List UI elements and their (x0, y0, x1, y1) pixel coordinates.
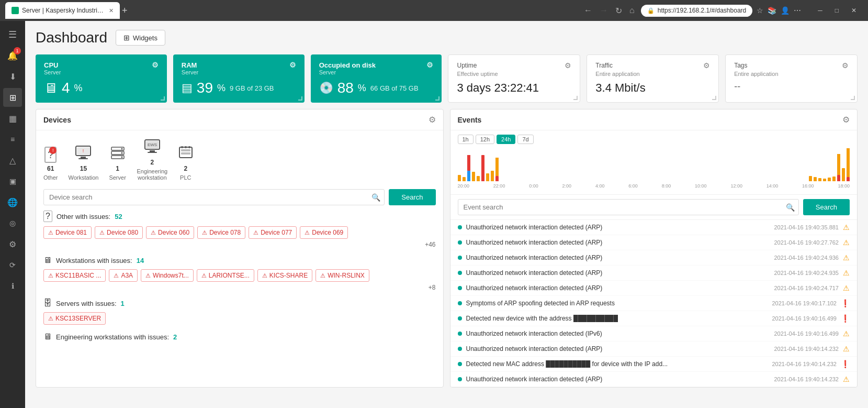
new-tab-btn[interactable]: + (122, 5, 128, 16)
sidebar-item-notifications[interactable]: 🔔 1 (3, 46, 22, 65)
event-search-icon[interactable]: 🔍 (786, 203, 795, 212)
page-title: Dashboard (36, 29, 107, 46)
group-eng-count[interactable]: 2 (173, 333, 177, 341)
device-type-other[interactable]: ! ? 61 Other (43, 146, 58, 181)
event-item-2[interactable]: Unauthorized network interaction detecte… (450, 235, 858, 250)
event-item-8[interactable]: Unauthorized network interaction detecte… (450, 326, 858, 341)
group-ws-count[interactable]: 14 (137, 257, 144, 264)
chip-device-078[interactable]: ⚠Device 078 (197, 226, 245, 239)
event-item-4[interactable]: Unauthorized network interaction detecte… (450, 266, 858, 281)
svg-point-21 (188, 146, 190, 148)
sidebar-item-events[interactable]: ≡ (3, 130, 22, 149)
event-time-5: 2021-04-16 19:40:24.717 (774, 285, 839, 291)
collections-btn[interactable]: 📚 (768, 6, 776, 15)
close-btn[interactable]: ✕ (845, 4, 863, 17)
event-time-8: 2021-04-16 19:40:16.499 (774, 330, 839, 337)
devices-gear-icon[interactable]: ⚙ (429, 115, 436, 125)
back-btn[interactable]: ← (582, 5, 594, 16)
widgets-button[interactable]: ⊞ Widgets (116, 30, 165, 46)
device-search-input[interactable] (43, 189, 385, 205)
bar-3 (467, 148, 470, 181)
event-item-1[interactable]: Unauthorized network interaction detecte… (450, 220, 858, 235)
chip-device-080[interactable]: ⚠Device 080 (95, 226, 143, 239)
browser-tab[interactable]: Server | Kaspersky Industrial Cyb... ✕ (5, 2, 120, 19)
disk-corner (435, 96, 439, 101)
forward-btn[interactable]: → (598, 5, 610, 16)
bar-1 (458, 148, 461, 181)
group-srv-count[interactable]: 1 (121, 300, 125, 307)
sidebar-item-network[interactable]: 🌐 (3, 193, 22, 212)
more-btn[interactable]: ⋯ (794, 6, 801, 15)
sidebar-item-connections[interactable]: ⟳ (3, 256, 22, 274)
device-type-workstation[interactable]: ! 15 Workstation (69, 145, 99, 181)
event-search-button[interactable]: Search (803, 199, 850, 215)
event-item-7[interactable]: Detected new device with the address ███… (450, 311, 858, 326)
address-bar[interactable]: 🔒 https://192.168.2.1/#/dashboard (641, 5, 752, 17)
tags-gear-icon[interactable]: ⚙ (842, 61, 849, 70)
sidebar-item-reports[interactable]: ▣ (3, 172, 22, 191)
tab-close-btn[interactable]: ✕ (109, 7, 114, 14)
event-dot-6 (458, 301, 462, 305)
event-item-11[interactable]: Unauthorized network interaction detecte… (450, 372, 858, 387)
cpu-gear-icon[interactable]: ⚙ (152, 61, 159, 69)
bar-17 (842, 148, 845, 181)
event-item-3[interactable]: Unauthorized network interaction detecte… (450, 250, 858, 266)
event-item-10[interactable]: Detected new MAC address ██████████ for … (450, 357, 858, 372)
filter-1h[interactable]: 1h (458, 135, 474, 144)
device-type-engineering[interactable]: EWS 2 Engineering workstation (137, 139, 168, 181)
device-type-plc[interactable]: 2 PLC (178, 145, 193, 181)
favorites-btn[interactable]: ☆ (757, 6, 763, 15)
bar-11 (814, 148, 817, 181)
chip-kics-share[interactable]: ⚠KICS-SHARE (257, 269, 312, 282)
device-type-server[interactable]: 1 Server (109, 145, 126, 181)
event-text-6: Symptoms of ARP spoofing detected in ARP… (466, 300, 764, 307)
sidebar-item-settings[interactable]: ⚙ (3, 235, 22, 253)
group-other-more[interactable]: +46 (43, 239, 436, 248)
traffic-gear-icon[interactable]: ⚙ (703, 61, 710, 70)
chip-win-rslinx[interactable]: ⚠WIN-RSLINX (315, 269, 369, 282)
sidebar-item-alerts[interactable]: △ (3, 151, 22, 170)
profile-btn[interactable]: 👤 (781, 6, 790, 15)
filter-12h[interactable]: 12h (476, 135, 494, 144)
refresh-btn[interactable]: ↻ (613, 5, 624, 17)
sidebar-item-info[interactable]: ℹ (3, 277, 22, 295)
chip-a3a[interactable]: ⚠A3A (109, 269, 138, 282)
sidebar-item-downloads[interactable]: ⬇ (3, 67, 22, 86)
event-item-9[interactable]: Unauthorized network interaction detecte… (450, 341, 858, 357)
server-count: 1 (116, 165, 119, 172)
filter-24h[interactable]: 24h (497, 135, 515, 144)
chip-device-069[interactable]: ⚠Device 069 (300, 226, 348, 239)
group-ws-more[interactable]: +8 (43, 282, 436, 291)
uptime-gear-icon[interactable]: ⚙ (565, 61, 571, 70)
ram-value: ▤ 39 % 9 GB of 23 GB (182, 80, 296, 96)
home-btn[interactable]: ⌂ (627, 5, 637, 16)
chip-lariontse[interactable]: ⚠LARIONTSE... (197, 269, 254, 282)
event-item-5[interactable]: Unauthorized network interaction detecte… (450, 281, 858, 296)
ram-gear-icon[interactable]: ⚙ (289, 61, 296, 69)
event-dot-2 (458, 240, 462, 245)
event-search-input[interactable] (458, 199, 799, 215)
device-search-icon[interactable]: 🔍 (371, 193, 380, 202)
sidebar-item-dashboard[interactable]: ⊞ (3, 88, 22, 107)
device-search-button[interactable]: Search (389, 189, 435, 205)
event-item-6[interactable]: Symptoms of ARP spoofing detected in ARP… (450, 296, 858, 311)
chip-ksc13[interactable]: ⚠KSC13SERVER (43, 312, 106, 325)
chip-device-077[interactable]: ⚠Device 077 (249, 226, 297, 239)
chip-device-081[interactable]: ⚠Device 081 (43, 226, 92, 239)
uptime-widget: Uptime ⚙ Effective uptime 3 days 23:22:4… (448, 54, 580, 103)
disk-gear-icon[interactable]: ⚙ (426, 61, 433, 69)
sidebar-item-assets[interactable]: ▦ (3, 109, 22, 128)
disk-label: Occupied on disk ⚙ (319, 61, 434, 69)
maximize-btn[interactable]: □ (829, 4, 845, 17)
chip-ksc11[interactable]: ⚠KSC11BASIC ... (43, 269, 106, 282)
sidebar-item-vulnerabilities[interactable]: ◎ (3, 214, 22, 233)
server-icon (110, 145, 125, 163)
group-other-count[interactable]: 52 (115, 213, 122, 220)
chip-windows7t[interactable]: ⚠Windows7t... (141, 269, 194, 282)
events-gear-icon[interactable]: ⚙ (842, 115, 850, 125)
filter-7d[interactable]: 7d (517, 135, 533, 144)
chip-device-060[interactable]: ⚠Device 060 (146, 226, 194, 239)
group-other-label: Other with issues: (57, 213, 110, 220)
minimize-btn[interactable]: ─ (811, 4, 829, 17)
sidebar-item-menu[interactable]: ☰ (3, 25, 22, 44)
